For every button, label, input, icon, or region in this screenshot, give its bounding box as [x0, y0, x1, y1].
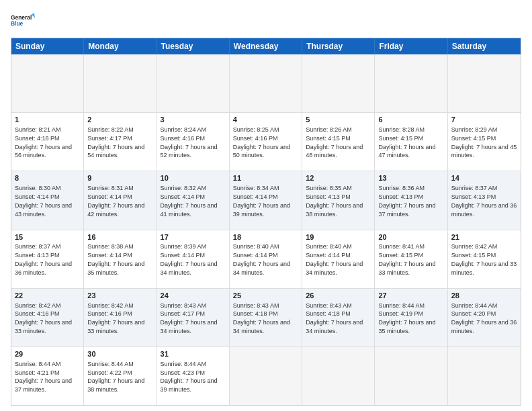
day-of-week-header: Tuesday — [157, 38, 230, 54]
day-number: 28 — [451, 291, 517, 301]
empty-cell — [375, 54, 447, 112]
calendar-row — [11, 54, 521, 113]
calendar-header: SundayMondayTuesdayWednesdayThursdayFrid… — [11, 38, 521, 54]
day-cell: 12 Sunrise: 8:35 AMSunset: 4:13 PMDaylig… — [302, 171, 375, 229]
day-number: 1 — [15, 115, 80, 125]
day-of-week-header: Wednesday — [230, 38, 302, 54]
day-cell: 21 Sunrise: 8:42 AMSunset: 4:15 PMDaylig… — [448, 230, 521, 288]
cell-info: Sunrise: 8:29 AMSunset: 4:15 PMDaylight:… — [451, 126, 517, 158]
day-cell: 11 Sunrise: 8:34 AMSunset: 4:14 PMDaylig… — [230, 171, 302, 229]
day-number: 31 — [161, 349, 226, 359]
cell-info: Sunrise: 8:38 AMSunset: 4:14 PMDaylight:… — [87, 243, 144, 275]
day-cell: 10 Sunrise: 8:32 AMSunset: 4:14 PMDaylig… — [157, 171, 230, 229]
day-cell: 5 Sunrise: 8:26 AMSunset: 4:15 PMDayligh… — [302, 113, 375, 171]
day-cell: 25 Sunrise: 8:43 AMSunset: 4:18 PMDaylig… — [230, 289, 302, 347]
empty-cell — [157, 54, 230, 112]
day-of-week-header: Monday — [84, 38, 157, 54]
cell-info: Sunrise: 8:37 AMSunset: 4:13 PMDaylight:… — [15, 243, 72, 275]
cell-info: Sunrise: 8:44 AMSunset: 4:22 PMDaylight:… — [87, 361, 144, 393]
header: General Blue — [11, 8, 521, 32]
cell-info: Sunrise: 8:44 AMSunset: 4:23 PMDaylight:… — [161, 361, 218, 393]
day-number: 3 — [161, 115, 226, 125]
day-number: 17 — [161, 232, 226, 242]
day-cell: 22 Sunrise: 8:42 AMSunset: 4:16 PMDaylig… — [11, 289, 84, 347]
day-number: 16 — [87, 232, 152, 242]
calendar-body: 1 Sunrise: 8:21 AMSunset: 4:18 PMDayligh… — [11, 54, 521, 405]
day-cell: 29 Sunrise: 8:44 AMSunset: 4:21 PMDaylig… — [11, 347, 84, 405]
day-cell: 3 Sunrise: 8:24 AMSunset: 4:16 PMDayligh… — [157, 113, 230, 171]
day-of-week-header: Saturday — [448, 38, 521, 54]
day-number: 15 — [15, 232, 80, 242]
empty-cell — [448, 347, 521, 405]
day-cell: 23 Sunrise: 8:42 AMSunset: 4:16 PMDaylig… — [84, 289, 157, 347]
day-number: 27 — [378, 291, 443, 301]
cell-info: Sunrise: 8:40 AMSunset: 4:14 PMDaylight:… — [233, 243, 290, 275]
day-number: 4 — [233, 115, 298, 125]
day-cell: 7 Sunrise: 8:29 AMSunset: 4:15 PMDayligh… — [448, 113, 521, 171]
empty-cell — [11, 54, 84, 112]
day-cell: 31 Sunrise: 8:44 AMSunset: 4:23 PMDaylig… — [157, 347, 230, 405]
cell-info: Sunrise: 8:25 AMSunset: 4:16 PMDaylight:… — [233, 126, 290, 158]
cell-info: Sunrise: 8:42 AMSunset: 4:16 PMDaylight:… — [87, 302, 144, 334]
day-cell: 27 Sunrise: 8:44 AMSunset: 4:19 PMDaylig… — [375, 289, 447, 347]
svg-marker-3 — [32, 13, 35, 17]
day-cell: 15 Sunrise: 8:37 AMSunset: 4:13 PMDaylig… — [11, 230, 84, 288]
day-cell: 16 Sunrise: 8:38 AMSunset: 4:14 PMDaylig… — [84, 230, 157, 288]
empty-cell — [448, 54, 521, 112]
calendar-row: 22 Sunrise: 8:42 AMSunset: 4:16 PMDaylig… — [11, 289, 521, 347]
day-cell: 28 Sunrise: 8:44 AMSunset: 4:20 PMDaylig… — [448, 289, 521, 347]
cell-info: Sunrise: 8:32 AMSunset: 4:14 PMDaylight:… — [161, 185, 218, 217]
logo: General Blue — [11, 8, 35, 32]
day-cell: 6 Sunrise: 8:28 AMSunset: 4:15 PMDayligh… — [375, 113, 447, 171]
day-cell: 13 Sunrise: 8:36 AMSunset: 4:13 PMDaylig… — [375, 171, 447, 229]
day-of-week-header: Sunday — [11, 38, 84, 54]
svg-text:General: General — [11, 14, 32, 21]
day-number: 2 — [87, 115, 152, 125]
day-cell: 30 Sunrise: 8:44 AMSunset: 4:22 PMDaylig… — [84, 347, 157, 405]
cell-info: Sunrise: 8:21 AMSunset: 4:18 PMDaylight:… — [15, 126, 72, 158]
calendar-row: 29 Sunrise: 8:44 AMSunset: 4:21 PMDaylig… — [11, 347, 521, 405]
day-number: 5 — [306, 115, 371, 125]
day-cell: 2 Sunrise: 8:22 AMSunset: 4:17 PMDayligh… — [84, 113, 157, 171]
day-number: 26 — [306, 291, 371, 301]
cell-info: Sunrise: 8:44 AMSunset: 4:21 PMDaylight:… — [15, 361, 72, 393]
day-cell: 17 Sunrise: 8:39 AMSunset: 4:14 PMDaylig… — [157, 230, 230, 288]
day-cell: 24 Sunrise: 8:43 AMSunset: 4:17 PMDaylig… — [157, 289, 230, 347]
day-cell: 20 Sunrise: 8:41 AMSunset: 4:15 PMDaylig… — [375, 230, 447, 288]
day-number: 21 — [451, 232, 517, 242]
cell-info: Sunrise: 8:44 AMSunset: 4:19 PMDaylight:… — [378, 302, 435, 334]
day-number: 29 — [15, 349, 80, 359]
logo-svg: General Blue — [11, 8, 35, 32]
cell-info: Sunrise: 8:22 AMSunset: 4:17 PMDaylight:… — [87, 126, 144, 158]
cell-info: Sunrise: 8:31 AMSunset: 4:14 PMDaylight:… — [87, 185, 144, 217]
day-number: 12 — [306, 173, 371, 183]
day-number: 7 — [451, 115, 517, 125]
calendar-row: 8 Sunrise: 8:30 AMSunset: 4:14 PMDayligh… — [11, 171, 521, 230]
day-number: 20 — [378, 232, 443, 242]
day-cell: 9 Sunrise: 8:31 AMSunset: 4:14 PMDayligh… — [84, 171, 157, 229]
day-cell: 1 Sunrise: 8:21 AMSunset: 4:18 PMDayligh… — [11, 113, 84, 171]
day-number: 6 — [378, 115, 443, 125]
calendar-row: 15 Sunrise: 8:37 AMSunset: 4:13 PMDaylig… — [11, 230, 521, 289]
cell-info: Sunrise: 8:42 AMSunset: 4:16 PMDaylight:… — [15, 302, 72, 334]
day-number: 25 — [233, 291, 298, 301]
empty-cell — [302, 54, 375, 112]
cell-info: Sunrise: 8:35 AMSunset: 4:13 PMDaylight:… — [306, 185, 363, 217]
day-cell: 4 Sunrise: 8:25 AMSunset: 4:16 PMDayligh… — [230, 113, 302, 171]
day-number: 23 — [87, 291, 152, 301]
day-of-week-header: Thursday — [302, 38, 375, 54]
cell-info: Sunrise: 8:44 AMSunset: 4:20 PMDaylight:… — [451, 302, 517, 334]
empty-cell — [302, 347, 375, 405]
cell-info: Sunrise: 8:30 AMSunset: 4:14 PMDaylight:… — [15, 185, 72, 217]
empty-cell — [230, 347, 302, 405]
cell-info: Sunrise: 8:26 AMSunset: 4:15 PMDaylight:… — [306, 126, 363, 158]
day-number: 19 — [306, 232, 371, 242]
cell-info: Sunrise: 8:40 AMSunset: 4:14 PMDaylight:… — [306, 243, 363, 275]
day-number: 14 — [451, 173, 517, 183]
day-number: 18 — [233, 232, 298, 242]
cell-info: Sunrise: 8:41 AMSunset: 4:15 PMDaylight:… — [378, 243, 435, 275]
empty-cell — [375, 347, 447, 405]
empty-cell — [84, 54, 157, 112]
day-number: 9 — [87, 173, 152, 183]
day-cell: 8 Sunrise: 8:30 AMSunset: 4:14 PMDayligh… — [11, 171, 84, 229]
